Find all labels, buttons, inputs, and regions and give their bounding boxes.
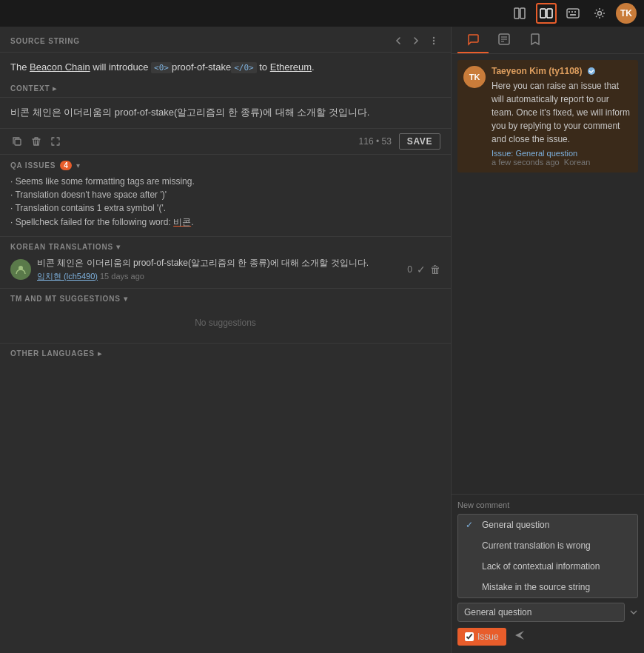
- context-label-text: CONTEXT: [10, 84, 50, 93]
- verified-icon: [587, 67, 596, 76]
- commenter-avatar: TK: [463, 66, 486, 88]
- svg-point-9: [598, 12, 602, 16]
- list-item: Seems like some formatting tags are miss…: [10, 175, 440, 188]
- translation-row: 비콘 체인은 이더리움의 proof-of-stake(알고리즘의 한 종류)에…: [10, 257, 440, 282]
- qa-list: Seems like some formatting tags are miss…: [10, 175, 440, 230]
- source-string-header: SOURCE STRING: [0, 27, 451, 53]
- svg-rect-13: [15, 139, 21, 145]
- context-chevron: ▸: [53, 84, 57, 93]
- issue-checkbox[interactable]: [465, 632, 474, 641]
- translator-avatar: [10, 259, 31, 280]
- svg-rect-8: [570, 14, 576, 16]
- korean-translations-section: KOREAN TRANSLATIONS ▾ 비콘 체인은 이더리움의 proof…: [0, 237, 451, 289]
- qa-chevron[interactable]: ▾: [76, 161, 80, 170]
- other-languages-chevron: ▸: [98, 349, 102, 358]
- translator-username[interactable]: 임치현 (lch5490): [37, 272, 98, 281]
- more-options-button[interactable]: [427, 34, 440, 47]
- comments-tab[interactable]: [457, 27, 489, 53]
- comment-language: Korean: [564, 158, 590, 167]
- delete-button[interactable]: [30, 135, 43, 148]
- issue-type-select[interactable]: General question Current translation is …: [457, 603, 625, 622]
- settings-icon[interactable]: [589, 3, 610, 24]
- qa-header: QA ISSUES 4 ▾: [10, 161, 440, 170]
- source-header-icons: [392, 34, 440, 47]
- translation-area[interactable]: 비콘 체인은 이더리움의 proof-of-stake(알고리즘의 한 종류)에…: [0, 98, 451, 129]
- dropdown-item-label: Lack of contextual information: [482, 561, 600, 572]
- comment-text: Here you can raise an issue that will au…: [492, 79, 632, 146]
- right-panel: TK Taeyeon Kim (ty1108) Here you can rai…: [452, 27, 644, 653]
- comment-footer: Issue: General question a few seconds ag…: [492, 149, 632, 167]
- svg-rect-4: [567, 9, 579, 18]
- spellcheck-word: 비콘: [173, 217, 191, 227]
- dropdown-item-source[interactable]: Mistake in the source string: [458, 577, 637, 597]
- next-button[interactable]: [409, 34, 423, 47]
- commenter-username: Taeyeon Kim (ty1108): [492, 66, 583, 76]
- save-button[interactable]: SAVE: [399, 133, 440, 150]
- comment-type-dropdown-menu: ✓ General question Current translation i…: [457, 514, 638, 598]
- select-chevron-icon: [629, 608, 638, 617]
- comment-header: Taeyeon Kim (ty1108): [492, 66, 632, 76]
- other-languages-label: OTHER LANGUAGES: [10, 349, 95, 358]
- context-section: CONTEXT ▸: [0, 81, 451, 98]
- other-languages-section: OTHER LANGUAGES ▸: [0, 344, 451, 369]
- save-area: 116 • 53 SAVE: [359, 133, 440, 150]
- comment-time: a few seconds ago: [492, 158, 560, 167]
- korean-chevron: ▾: [116, 243, 121, 251]
- close-tag: </0>: [231, 62, 257, 73]
- translation-text: 비콘 체인은 이더리움의 proof-of-stake(알고리즘의 한 종류)에…: [10, 107, 369, 118]
- dropdown-item-label: Mistake in the source string: [482, 582, 590, 592]
- comment-input-row: Issue: [457, 626, 638, 647]
- delete-translation-button[interactable]: 🗑: [430, 264, 440, 275]
- dropdown-item-general[interactable]: ✓ General question: [458, 515, 637, 535]
- expand-button[interactable]: [49, 135, 62, 148]
- top-bar: TK: [0, 0, 644, 27]
- open-tag: <0>: [151, 62, 172, 73]
- source-string-label: SOURCE STRING: [10, 37, 80, 45]
- left-panel: SOURCE STRING The Beacon Ch: [0, 27, 452, 653]
- svg-rect-7: [574, 11, 576, 13]
- beacon-chain-link: Beacon Chain: [30, 61, 90, 73]
- action-icons: [10, 135, 62, 148]
- no-suggestions: No suggestions: [10, 309, 440, 337]
- word-count: 116 • 53: [359, 136, 392, 147]
- translation-meta: 임치현 (lch5490) 15 days ago: [37, 271, 401, 282]
- prev-button[interactable]: [392, 34, 405, 47]
- translation-actions: 0 ✓ 🗑: [407, 264, 440, 275]
- copy-button[interactable]: [10, 135, 24, 148]
- send-comment-button[interactable]: [511, 626, 529, 647]
- dropdown-item-label: Current translation is wrong: [482, 540, 591, 551]
- check-icon: [466, 561, 476, 572]
- other-languages-header[interactable]: OTHER LANGUAGES ▸: [10, 349, 440, 358]
- qa-section: QA ISSUES 4 ▾ Seems like some formatting…: [0, 155, 451, 237]
- dropdown-item-wrong[interactable]: Current translation is wrong: [458, 535, 637, 556]
- context-toggle[interactable]: CONTEXT ▸: [10, 84, 440, 93]
- qa-badge: 4: [60, 161, 72, 170]
- check-icon: [466, 582, 476, 592]
- info-tab[interactable]: [489, 27, 520, 53]
- user-avatar[interactable]: TK: [616, 3, 637, 24]
- check-icon: [466, 540, 476, 551]
- translation-content: 비콘 체인은 이더리움의 proof-of-stake(알고리즘의 한 종류)에…: [37, 257, 401, 282]
- tm-header[interactable]: TM AND MT SUGGESTIONS ▾: [10, 295, 440, 303]
- layout-icon[interactable]: [509, 3, 530, 24]
- ethereum-link: Ethereum: [270, 61, 312, 73]
- approve-button[interactable]: ✓: [417, 264, 426, 275]
- right-tabs: [452, 27, 644, 54]
- split-view-icon[interactable]: [536, 3, 557, 24]
- qa-label: QA ISSUES: [10, 161, 56, 170]
- time-ago: 15 days ago: [100, 272, 144, 281]
- svg-rect-5: [568, 11, 570, 13]
- svg-point-12: [433, 43, 435, 44]
- new-comment-label: New comment: [457, 500, 638, 509]
- korean-translations-header[interactable]: KOREAN TRANSLATIONS ▾: [10, 243, 440, 251]
- keyboard-icon[interactable]: [563, 3, 583, 24]
- new-comment-area: New comment ✓ General question Current t…: [452, 494, 644, 653]
- dropdown-item-label: General question: [482, 520, 549, 530]
- issue-label-text: Issue: [477, 632, 499, 642]
- issue-checkbox-label[interactable]: Issue: [457, 628, 506, 646]
- source-string-body: The Beacon Chain will introduce <0>proof…: [0, 53, 451, 81]
- comment-section: TK Taeyeon Kim (ty1108) Here you can rai…: [452, 54, 644, 494]
- dropdown-item-contextual[interactable]: Lack of contextual information: [458, 556, 637, 577]
- bookmark-tab[interactable]: [520, 27, 551, 53]
- tm-section: TM AND MT SUGGESTIONS ▾ No suggestions: [0, 289, 451, 344]
